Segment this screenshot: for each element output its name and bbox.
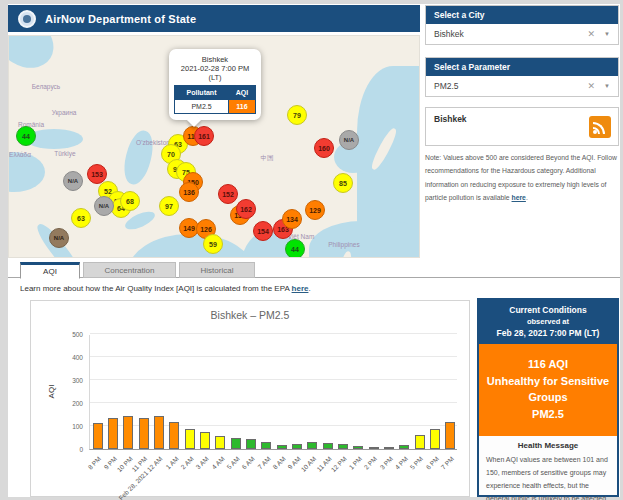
- chart-bar[interactable]: [415, 435, 425, 449]
- aqi-marker[interactable]: 129: [305, 200, 325, 220]
- chart-x-tick-label: 6 AM: [241, 455, 256, 470]
- chart-x-tick-label: 2 PM: [363, 455, 379, 471]
- map-place-label: Philippines: [328, 241, 359, 248]
- aqi-marker[interactable]: 63: [71, 208, 91, 228]
- chart-bar[interactable]: [154, 416, 164, 449]
- chart-x-tick-label: 5 PM: [409, 455, 425, 471]
- aqi-marker[interactable]: N/A: [94, 196, 114, 216]
- chart-y-tick-label: 100: [59, 423, 83, 430]
- aqi-marker[interactable]: N/A: [63, 171, 83, 191]
- popup-datetime: 2021-02-28 7:00 PM: [174, 64, 256, 73]
- aqi-category-line: Unhealthy for Sensitive Groups: [483, 373, 613, 406]
- aqi-marker[interactable]: 44: [16, 126, 36, 146]
- chart-y-tick-label: 0: [59, 446, 83, 453]
- chart-x-tick-label: 2 AM: [179, 455, 194, 470]
- city-select[interactable]: Bishkek ✕ ▼: [426, 24, 618, 44]
- chart-gridline: [90, 402, 457, 403]
- chart-bar[interactable]: [169, 422, 179, 449]
- aqi-marker[interactable]: 136: [179, 182, 199, 202]
- health-message-text: When AQI values are between 101 and 150,…: [486, 454, 610, 500]
- aqi-marker[interactable]: 161: [194, 126, 214, 146]
- aqi-value-line: 116 AQI: [483, 356, 613, 373]
- aqi-marker[interactable]: 134: [282, 209, 302, 229]
- rss-feed-label: Bishkek: [434, 114, 610, 124]
- chart-bar[interactable]: [93, 423, 103, 449]
- popup-aqi-header: AQI: [229, 86, 256, 100]
- popup-table: Pollutant AQI PM2.5 116: [174, 85, 256, 114]
- aqi-marker[interactable]: 68: [120, 191, 140, 211]
- chart-y-tick-label: 300: [59, 377, 83, 384]
- parameter-select[interactable]: PM2.5 ✕ ▼: [426, 76, 618, 96]
- chart-gridline: [90, 379, 457, 380]
- parameter-caret-icon[interactable]: ▼: [604, 83, 610, 89]
- aqi-map[interactable]: Bishkek 2021-02-28 7:00 PM (LT) Pollutan…: [8, 35, 420, 258]
- chart-bar[interactable]: [231, 438, 241, 449]
- aqi-marker[interactable]: 162: [236, 199, 256, 219]
- aqi-marker[interactable]: 97: [159, 196, 179, 216]
- chart-bar[interactable]: [108, 418, 118, 449]
- tab-concentration[interactable]: Concentration: [83, 262, 176, 278]
- observed-datetime: Feb 28, 2021 7:00 PM (LT): [481, 328, 615, 338]
- popup-timezone: (LT): [174, 73, 256, 82]
- health-message-section: Health Message When AQI values are betwe…: [479, 436, 617, 500]
- water-mediterranean: [8, 152, 45, 192]
- learn-more-here-link[interactable]: here: [292, 284, 309, 293]
- aqi-marker[interactable]: N/A: [339, 130, 359, 150]
- chart-bar[interactable]: [123, 416, 133, 449]
- chart-bar[interactable]: [185, 429, 195, 449]
- aqi-status-badge: 116 AQI Unhealthy for Sensitive Groups P…: [479, 344, 617, 436]
- map-place-label: 中国: [261, 154, 274, 163]
- chart-bar[interactable]: [323, 443, 333, 449]
- aqi-marker[interactable]: 44: [285, 239, 305, 258]
- map-place-label: O'zbekiston: [136, 139, 170, 146]
- rss-feed-box: Bishkek: [425, 107, 619, 146]
- water-baltic: [8, 35, 63, 78]
- aqi-marker[interactable]: 160: [314, 138, 334, 158]
- current-conditions-panel: Current Conditions observed at Feb 28, 2…: [477, 298, 619, 497]
- chart-bar[interactable]: [430, 429, 440, 449]
- chart-bar[interactable]: [445, 422, 455, 449]
- aqi-pollutant-line: PM2.5: [483, 406, 613, 423]
- chart-x-tick-label: 6 PM: [424, 455, 440, 471]
- chart-bar[interactable]: [261, 442, 271, 449]
- chart-x-tick-label: 1 PM: [348, 455, 364, 471]
- aqi-marker[interactable]: N/A: [49, 228, 69, 248]
- learn-more-suffix: .: [308, 284, 310, 293]
- current-conditions-header: Current Conditions observed at Feb 28, 2…: [479, 300, 617, 344]
- aqi-marker[interactable]: 79: [287, 105, 307, 125]
- parameter-clear-icon[interactable]: ✕: [588, 81, 596, 91]
- chart-bar[interactable]: [139, 418, 149, 449]
- chart-x-tick-label: 5 AM: [225, 455, 240, 470]
- rss-icon[interactable]: [589, 116, 611, 138]
- chart-bar[interactable]: [384, 447, 394, 449]
- chart-bar[interactable]: [307, 442, 317, 449]
- current-conditions-title: Current Conditions: [481, 305, 615, 315]
- chart-y-tick-label: 400: [59, 354, 83, 361]
- chart-y-tick-label: 200: [59, 400, 83, 407]
- chart-bar[interactable]: [369, 447, 379, 449]
- aqi-marker[interactable]: 152: [218, 184, 238, 204]
- aqi-marker[interactable]: 85: [333, 173, 353, 193]
- chart-bar[interactable]: [338, 444, 348, 449]
- chart-bar[interactable]: [215, 436, 225, 449]
- health-message-title: Health Message: [486, 441, 610, 450]
- tab-historical[interactable]: Historical: [179, 262, 255, 278]
- aqi-marker[interactable]: 154: [253, 221, 273, 241]
- chart-bar[interactable]: [292, 444, 302, 449]
- chart-x-tick-label: 7 PM: [440, 455, 456, 471]
- beyond-aqi-note: Note: Values above 500 are considered Be…: [425, 151, 621, 204]
- tab-aqi[interactable]: AQI: [20, 262, 80, 279]
- aqi-marker[interactable]: 59: [203, 234, 223, 254]
- chart-bar[interactable]: [399, 445, 409, 449]
- chart-bar[interactable]: [277, 445, 287, 449]
- city-clear-icon[interactable]: ✕: [588, 29, 596, 39]
- chart-bar[interactable]: [246, 439, 256, 449]
- note-here-link[interactable]: here: [512, 194, 526, 201]
- chart-bar[interactable]: [353, 446, 363, 449]
- parameter-select-box: Select a Parameter PM2.5 ✕ ▼: [425, 57, 619, 97]
- state-department-seal-icon: [18, 10, 36, 28]
- chart-bar[interactable]: [200, 432, 210, 449]
- chart-x-tick-label: 11 AM: [315, 455, 333, 473]
- aqi-chart: Bishkek – PM2.5 AQI 8 PM9 PM10 PM11 PMFe…: [30, 300, 470, 497]
- city-caret-icon[interactable]: ▼: [604, 31, 610, 37]
